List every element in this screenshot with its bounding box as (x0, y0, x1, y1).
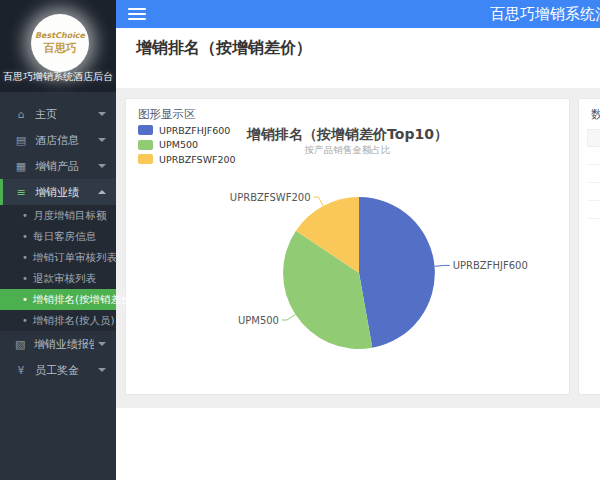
sidebar-item-hotel-info[interactable]: 酒店信息 (0, 127, 116, 153)
bullet-icon: • (22, 231, 28, 242)
data-table-row (587, 147, 600, 165)
pie-slice-UPRBZFHJF600[interactable] (359, 197, 435, 348)
page-title: 增销排名（按增销差价） (136, 38, 312, 59)
bullet-icon: • (22, 273, 28, 284)
bullet-icon: • (22, 315, 28, 326)
bullet-icon: • (22, 294, 28, 305)
sidebar-item-upsell-performance[interactable]: 增销业绩 (0, 179, 116, 205)
pie-chart: UPRBZFHJF600UPM500UPRBZFSWF200 (126, 99, 571, 396)
submenu-item-label: 增销排名(按增销差价) (33, 293, 136, 307)
performance-icon (13, 186, 29, 199)
pie-label: UPRBZFSWF200 (230, 192, 311, 203)
sidebar: BestChoice 百思巧 百思巧增销系统酒店后台 主页 酒店信息 增销产品 (0, 0, 116, 480)
sidebar-brand-title: 百思巧增销系统酒店后台 (0, 70, 116, 84)
sidebar-item-home[interactable]: 主页 (0, 101, 116, 127)
sidebar-item-label: 增销业绩报告 (34, 337, 94, 352)
sidebar-item-staff-bonus[interactable]: 员工奖金 (0, 357, 116, 383)
product-icon (13, 160, 29, 173)
data-table-row (587, 183, 600, 201)
data-panel-title: 数据显示区 (591, 107, 600, 122)
submenu-item-label: 月度增销目标额 (33, 209, 107, 223)
data-table-row (587, 201, 600, 219)
home-icon (13, 108, 29, 121)
chevron-down-icon (98, 138, 106, 142)
pie-label-line (282, 315, 295, 321)
submenu-item-ranking-by-staff[interactable]: • 增销排名(按人员) (0, 310, 116, 331)
bullet-icon: • (22, 252, 28, 263)
sidebar-item-label: 增销业绩 (35, 185, 94, 200)
submenu-item-label: 增销订单审核列表 (33, 251, 117, 265)
report-icon (13, 338, 28, 351)
sidebar-item-label: 酒店信息 (35, 133, 94, 148)
bonus-icon (13, 364, 29, 377)
page-head: 增销排名（按增销差价） 综合检索： 饼状图 搜索 (116, 28, 600, 88)
brand-logo: BestChoice 百思巧 (31, 14, 89, 72)
chevron-down-icon (98, 368, 106, 372)
chevron-down-icon (98, 112, 106, 116)
sidebar-item-label: 增销产品 (35, 159, 94, 174)
data-table-header (587, 129, 600, 147)
bullet-icon: • (22, 210, 28, 221)
sidebar-item-performance-report[interactable]: 增销业绩报告 (0, 331, 116, 357)
pie-label: UPM500 (238, 315, 279, 326)
main-content: 图形显示区 UPRBZFHJF600 UPM500 UPRBZFSWF200 增… (116, 88, 600, 408)
chevron-down-icon (98, 342, 106, 346)
submenu-item-refund-review-list[interactable]: • 退款审核列表 (0, 268, 116, 289)
pie-label-line (314, 197, 324, 206)
pie-label: UPRBZFHJF600 (453, 260, 528, 271)
sidebar-item-label: 主页 (35, 107, 94, 122)
submenu-item-order-review-list[interactable]: • 增销订单审核列表 (0, 247, 116, 268)
submenu-item-label: 增销排名(按人员) (33, 314, 115, 328)
app-window: BestChoice 百思巧 百思巧增销系统酒店后台 主页 酒店信息 增销产品 (0, 0, 600, 480)
top-header-bar: 百思巧增销系统酒店后台 (116, 0, 600, 28)
logo-text-cn: 百思巧 (44, 41, 77, 56)
app-title: 百思巧增销系统酒店后台 (490, 0, 600, 28)
pie-label-line (435, 265, 450, 266)
logo-text-en: BestChoice (35, 31, 85, 40)
sidebar-submenu: • 月度增销目标额 • 每日客房信息 • 增销订单审核列表 • 退款审核列表 • (0, 205, 116, 331)
data-table-row (587, 165, 600, 183)
hamburger-icon[interactable] (128, 8, 146, 20)
hotel-icon (13, 134, 29, 147)
chart-panel: 图形显示区 UPRBZFHJF600 UPM500 UPRBZFSWF200 增… (125, 98, 570, 395)
submenu-item-ranking-by-price-diff[interactable]: • 增销排名(按增销差价) (0, 289, 116, 310)
logo-block: BestChoice 百思巧 百思巧增销系统酒店后台 (0, 0, 116, 92)
submenu-item-label: 退款审核列表 (33, 272, 96, 286)
submenu-item-monthly-target[interactable]: • 月度增销目标额 (0, 205, 116, 226)
submenu-item-daily-room-info[interactable]: • 每日客房信息 (0, 226, 116, 247)
chevron-down-icon (98, 164, 106, 168)
chevron-up-icon (98, 190, 106, 194)
sidebar-menu: 主页 酒店信息 增销产品 增销业绩 • 月度增销目标额 (0, 92, 116, 383)
sidebar-item-upsell-products[interactable]: 增销产品 (0, 153, 116, 179)
sidebar-item-label: 员工奖金 (35, 363, 94, 378)
data-panel: 数据显示区 (578, 98, 600, 395)
submenu-item-label: 每日客房信息 (33, 230, 96, 244)
